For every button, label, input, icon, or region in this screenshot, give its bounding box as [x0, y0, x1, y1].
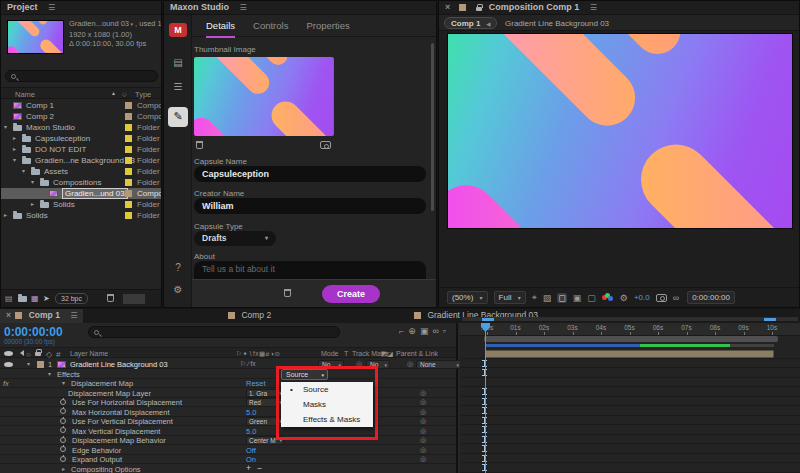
tab-controls[interactable]: Controls: [253, 20, 288, 31]
discard-icon[interactable]: [284, 289, 291, 297]
column-type[interactable]: Type: [135, 90, 151, 99]
timeline-property-row[interactable]: Edge BehaviorOff◎: [0, 445, 456, 455]
panel-menu-icon[interactable]: ☰: [70, 311, 77, 320]
scroll-handle-left[interactable]: [482, 318, 494, 321]
current-timecode[interactable]: 0:00:00:00: [4, 325, 63, 339]
column-name[interactable]: Name: [15, 90, 35, 99]
timeline-property-row[interactable]: Max Horizontal Displacement5.0◎: [0, 407, 456, 417]
twirl-icon[interactable]: ▾: [27, 360, 30, 367]
stopwatch-icon[interactable]: [60, 446, 66, 452]
lock-icon[interactable]: [476, 7, 482, 11]
twirl-icon[interactable]: ▸: [13, 134, 16, 141]
twirl-icon[interactable]: ▾: [48, 370, 51, 377]
work-area-bar[interactable]: [484, 336, 778, 342]
snapshot-camera-icon[interactable]: [656, 294, 667, 302]
column-layer-name[interactable]: Layer Name: [70, 350, 108, 357]
time-ruler[interactable]: :00s01s02s03s04s05s06s07s08s09s10s: [460, 323, 800, 336]
project-item[interactable]: ▾AssetsFolder: [1, 166, 161, 177]
layer-name[interactable]: Gradient Line Background 03: [70, 360, 168, 369]
close-icon[interactable]: ×: [6, 310, 11, 320]
timeline-property-row[interactable]: Max Vertical Displacement5.0◎: [0, 426, 456, 436]
help-icon[interactable]: ?: [164, 262, 192, 273]
twirl-icon[interactable]: ▾: [4, 123, 7, 130]
timeline-property-row[interactable]: Displacement Map BehaviorCenter M▾◎: [0, 436, 456, 446]
panel-menu-icon[interactable]: ☰: [48, 3, 55, 12]
new-composition-icon[interactable]: ▦: [31, 294, 39, 303]
tab-details[interactable]: Details: [206, 20, 235, 31]
track-matte-icons[interactable]: ◩◪: [381, 350, 393, 358]
stopwatch-icon[interactable]: [60, 427, 66, 433]
pick-whip-icon[interactable]: ◎: [420, 417, 426, 425]
delete-icon[interactable]: [107, 294, 114, 302]
bit-depth-button[interactable]: 32 bpc: [55, 293, 88, 304]
capsule-thumbnail[interactable]: [194, 57, 334, 136]
channel-icon[interactable]: [602, 293, 614, 303]
pick-whip-icon[interactable]: ◎: [420, 427, 426, 435]
timeline-property-row[interactable]: ▾Effects: [0, 369, 456, 379]
pick-whip-icon[interactable]: ◎: [420, 455, 426, 463]
breadcrumb-comp1[interactable]: Comp 1 ◀: [444, 17, 497, 29]
pick-whip-icon[interactable]: ◎: [420, 446, 426, 454]
audio-speaker-icon[interactable]: [17, 350, 24, 356]
pick-whip-icon[interactable]: ◎: [420, 389, 426, 397]
pick-whip-icon[interactable]: ◎: [420, 436, 426, 444]
maxon-panel-header[interactable]: Maxon Studio ☰: [164, 1, 436, 15]
show-snapshot-icon[interactable]: ∞: [673, 293, 679, 303]
pick-whip-icon[interactable]: ◎: [420, 398, 426, 406]
column-t[interactable]: T: [344, 350, 348, 357]
stopwatch-icon[interactable]: [60, 408, 66, 414]
property-value[interactable]: 5.0: [246, 408, 256, 417]
twirl-icon[interactable]: ▾: [22, 167, 25, 174]
resolution-select[interactable]: Full ▾: [494, 291, 526, 304]
controls-sliders-icon[interactable]: ☰: [164, 81, 192, 92]
project-item[interactable]: ▸DO NOT EDITFolder: [1, 144, 161, 155]
project-item[interactable]: Comp 2Compositi: [1, 111, 161, 122]
panel-menu-icon[interactable]: ☰: [240, 3, 247, 12]
displacement-source-dropdown-button[interactable]: Source ▾: [281, 369, 328, 380]
composition-viewport[interactable]: [447, 33, 793, 229]
sort-asc-icon[interactable]: ▲: [111, 90, 116, 96]
exposure-value[interactable]: +0.0: [634, 293, 650, 302]
adjust-icon[interactable]: ➤: [43, 294, 50, 303]
solo-icon[interactable]: ○: [26, 350, 31, 359]
layer-switches-icons[interactable]: ⚐ ∕ fx: [240, 360, 256, 368]
stopwatch-icon[interactable]: [60, 456, 66, 462]
project-item[interactable]: ▸SolidsFolder: [1, 210, 161, 221]
project-item[interactable]: ▸SolidsFolder: [1, 199, 161, 210]
creator-name-field[interactable]: William: [194, 198, 426, 214]
timeline-horizontal-scrollbar[interactable]: [462, 317, 798, 321]
timeline-tab-comp1[interactable]: × Comp 1 ☰: [0, 309, 83, 323]
project-panel-header[interactable]: Project ☰: [1, 1, 161, 15]
twirl-icon[interactable]: ▸: [4, 211, 7, 218]
grid-guides-icon[interactable]: ⌖: [532, 292, 537, 303]
timeline-property-row[interactable]: ▸Compositing Options+ −: [0, 464, 456, 473]
stopwatch-icon[interactable]: [60, 437, 66, 443]
project-item[interactable]: ▾CompositionsFolder: [1, 177, 161, 188]
menu-item-effects-masks[interactable]: Effects & Masks: [281, 412, 373, 427]
tab-properties[interactable]: Properties: [306, 20, 349, 31]
guides-icon[interactable]: ▢: [587, 293, 596, 303]
close-icon[interactable]: ×: [445, 2, 450, 12]
twirl-icon[interactable]: ▸: [13, 145, 16, 152]
stopwatch-icon[interactable]: [60, 399, 66, 405]
parent-select[interactable]: None▾: [416, 360, 462, 369]
menu-item-masks[interactable]: Masks: [281, 397, 373, 412]
property-value[interactable]: 5.0: [246, 427, 256, 436]
timeline-view-options-icons[interactable]: ⌐⊕▣∞▫: [399, 326, 450, 336]
timeline-property-row[interactable]: Expand OutputOn◎: [0, 455, 456, 465]
lock-icon[interactable]: [35, 352, 41, 356]
label-column-icon[interactable]: ◇: [122, 90, 127, 97]
timeline-property-row[interactable]: Use For Vertical DisplacementGreen▾◎: [0, 417, 456, 427]
mask-visibility-icon[interactable]: ◻: [557, 293, 566, 303]
timeline-search-input[interactable]: [88, 326, 340, 338]
settings-gear-icon[interactable]: ⚙: [164, 284, 192, 295]
new-folder-icon[interactable]: [18, 296, 27, 302]
capture-thumbnail-icon[interactable]: [320, 141, 331, 149]
project-column-header[interactable]: Name ▲ ◇ Type: [1, 87, 161, 99]
twirl-icon[interactable]: ▾: [62, 379, 65, 386]
resolution-gear-icon[interactable]: ⚙: [620, 293, 628, 303]
property-value[interactable]: + −: [246, 463, 264, 473]
timeline-property-row[interactable]: Use For Horizontal DisplacementRed▾◎: [0, 398, 456, 408]
timeline-property-row[interactable]: fx▾Displacement MapReset: [0, 379, 456, 389]
label-column-icon[interactable]: ◇: [46, 350, 52, 359]
